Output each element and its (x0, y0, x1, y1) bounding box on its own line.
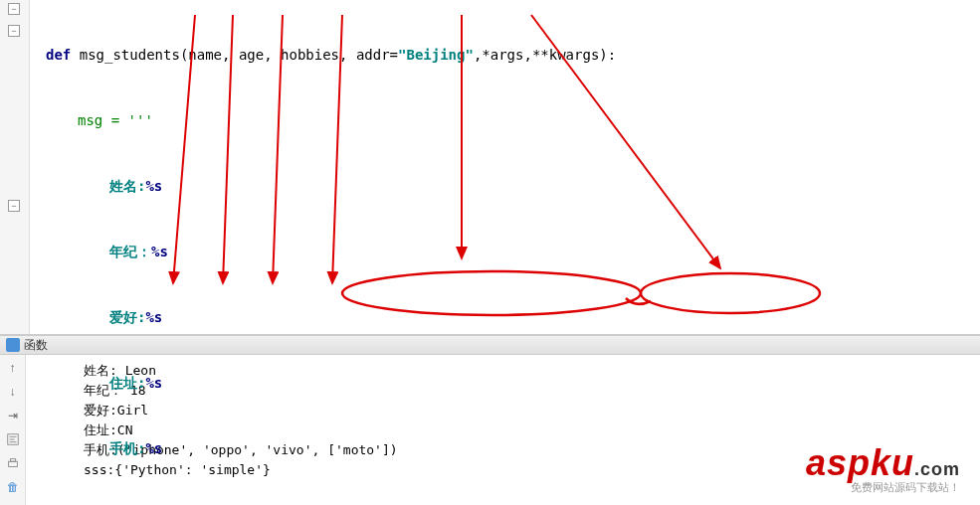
code-line: 爱好:%s (34, 306, 980, 328)
python-icon (6, 338, 20, 352)
fold-toggle[interactable]: − (8, 25, 20, 37)
code-line: 住址:%s (34, 372, 980, 394)
code-editor[interactable]: − − − def msg_students(name, age, hobbie… (0, 0, 980, 335)
wrap-icon[interactable] (4, 430, 22, 448)
code-line: 年纪：%s (34, 241, 980, 262)
watermark: aspku.com 免费网站源码下载站！ (806, 442, 960, 495)
code-line: def msg_students(name, age, hobbies, add… (34, 44, 980, 66)
fold-toggle[interactable]: − (8, 3, 20, 15)
svg-rect-10 (8, 461, 17, 466)
code-content[interactable]: def msg_students(name, age, hobbies, add… (34, 0, 980, 505)
export-icon[interactable]: ⇥ (4, 407, 22, 424)
print-icon[interactable] (4, 454, 22, 472)
trash-icon[interactable]: 🗑 (4, 478, 22, 496)
svg-rect-11 (10, 459, 15, 462)
fold-toggle[interactable]: − (8, 200, 20, 212)
down-arrow-icon[interactable]: ↓ (4, 383, 22, 401)
code-line: msg = ''' (34, 109, 980, 131)
up-arrow-icon[interactable]: ↑ (4, 359, 22, 377)
code-line: 姓名:%s (34, 175, 980, 197)
gutter: − − − (0, 0, 30, 334)
output-toolbar: ↑ ↓ ⇥ 🗑 (0, 355, 26, 505)
